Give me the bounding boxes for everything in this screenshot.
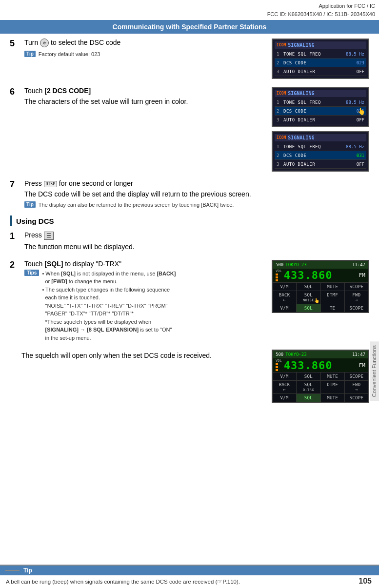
using-dcs-step-1: 1 Press ☰ The function menu will be disp… [10, 231, 369, 252]
step-6: 6 Touch [2 DCS CODE] The characters of t… [10, 87, 369, 172]
header-line1: Application for FCC / IC [4, 2, 375, 10]
step-7-sub: The DCS code will be set and the display… [24, 189, 369, 199]
touch-icon: 👆 [357, 107, 365, 115]
step-5-tip-text: Factory default value: 023 [39, 51, 100, 57]
step-7-title: Press DISP for one second or longer [24, 179, 369, 187]
step-7-tip-text: The display can also be returned to the … [39, 202, 234, 208]
screen-row-2: 2 DCS CODE 023 [275, 59, 366, 67]
step-6-screen-2: ICOM SIGNALING 1 TONE SQL FREQ 88.5 Hz 2… [272, 131, 369, 172]
step-5-tip: Tip Factory default value: 023 [24, 51, 100, 57]
step-5-dial-icon: ⟳ [40, 39, 49, 47]
tips-label: Tips [24, 270, 39, 276]
radio-screen-2: 500 TOKYO-23 11:47 VDL 433.860 FM [272, 350, 369, 403]
screen-row-3: 3 AUTO DIALER OFF [275, 67, 366, 76]
tips-row: Tips • When [SQL] is not displayed in th… [24, 270, 267, 342]
squelch-section: The squelch will open only when the set … [21, 350, 369, 403]
tips-content: • When [SQL] is not displayed in the men… [42, 270, 176, 342]
step-5-screen: ICOM SIGNALING 1 TONE SQL FREQ 88.5 Hz 2… [272, 39, 369, 79]
using-dcs-step-2-title: Touch [SQL] to display "D-TRX" [24, 260, 267, 268]
menu-icon: ☰ [44, 232, 54, 240]
disp-icon: DISP [44, 181, 57, 187]
step-7-number: 7 [10, 179, 21, 190]
using-dcs-step-1-number: 1 [10, 231, 21, 241]
step-5-tip-label: Tip [24, 51, 36, 57]
section-bar [10, 216, 12, 226]
section-title: Using DCS [16, 217, 54, 225]
touch-icon-2: 👆 [314, 298, 319, 303]
sidebar-text: Convenient Functions [370, 341, 379, 401]
step-6-title: Touch [2 DCS CODE] [24, 87, 267, 95]
step-7: 7 Press DISP for one second or longer Th… [10, 179, 369, 208]
squelch-text: The squelch will open only when the set … [21, 352, 267, 400]
bottom-tip-label: Tip [23, 567, 32, 574]
using-dcs-header: Using DCS [10, 216, 369, 226]
main-content: 5 Turn ⟳ to select the DSC code Tip Fact… [0, 34, 379, 408]
bottom-tip: Tip A bell can be rung (beep) when signa… [0, 565, 379, 588]
title-bar: Communicating with Specified Partner Sta… [0, 20, 379, 34]
step-6-screen-1: ICOM SIGNALING 1 TONE SQL FREQ 88.5 Hz 2… [272, 87, 369, 127]
using-dcs-step-1-sub: The function menu will be displayed. [24, 242, 369, 252]
using-dcs-step-1-title: Press ☰ [24, 231, 369, 240]
step-5: 5 Turn ⟳ to select the DSC code Tip Fact… [10, 39, 369, 79]
step-5-number: 5 [10, 39, 21, 49]
page-number: 105 [359, 577, 372, 586]
bottom-tip-content: A bell can be rung (beep) when signals c… [0, 575, 379, 588]
step-6-number: 6 [10, 87, 21, 97]
radio-screen-1: 500 TOKYO-23 11:47 VDL 433.860 [272, 260, 369, 313]
step-7-tip: Tip The display can also be returned to … [24, 201, 234, 208]
screen-title: SIGNALING [288, 42, 314, 48]
step-6-sub: The characters of the set value will tur… [24, 97, 267, 107]
step-6-images: ICOM SIGNALING 1 TONE SQL FREQ 88.5 Hz 2… [272, 87, 369, 172]
header-line2: FCC ID: K6620345X40 / IC: 511B- 20345X40 [4, 10, 375, 19]
using-dcs-step-2: 2 Touch [SQL] to display "D-TRX" Tips • … [10, 260, 369, 342]
title-bar-text: Communicating with Specified Partner Sta… [113, 23, 267, 31]
step-7-tip-label: Tip [24, 201, 36, 208]
screen-header: ICOM SIGNALING [275, 41, 366, 49]
using-dcs-step-2-number: 2 [10, 260, 21, 270]
page-header: Application for FCC / IC FCC ID: K662034… [0, 0, 379, 20]
freq-display: 433.860 [284, 269, 357, 281]
step-5-title: Turn ⟳ to select the DSC code [24, 39, 267, 47]
screen-row-1: 1 TONE SQL FREQ 88.5 Hz [275, 50, 366, 59]
